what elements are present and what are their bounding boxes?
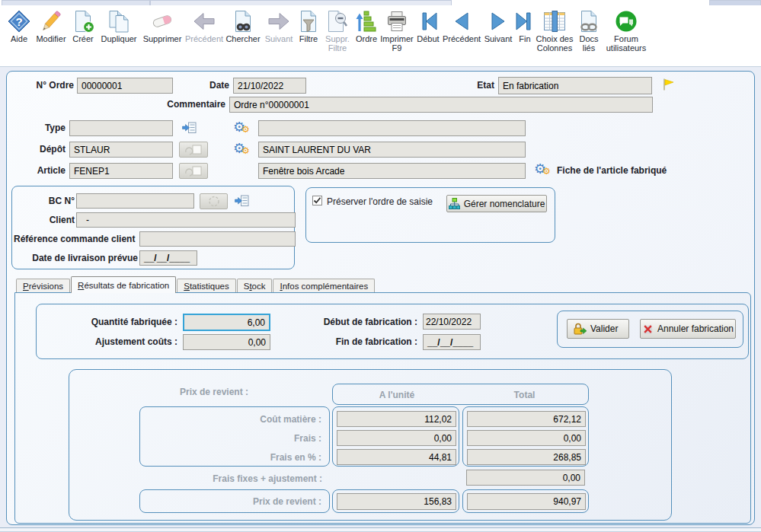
article-desc-field[interactable]: Fenêtre bois Arcade [258, 163, 526, 179]
toolbar-button-precedent-recherche[interactable]: Précédent [184, 8, 224, 43]
toolbar-button-suppr-filtre[interactable]: Suppr. Filtre [321, 8, 353, 53]
toolbar-button-docs-lies[interactable]: Docs liés [574, 8, 603, 53]
toolbar-button-creer[interactable]: Créer [69, 8, 98, 43]
valider-button[interactable]: Valider [567, 319, 629, 339]
type-field[interactable] [69, 120, 173, 136]
columns-grid-icon [542, 8, 567, 34]
preserver-ordre-checkbox[interactable] [312, 196, 322, 205]
frais-total-field[interactable]: 0,00 [467, 430, 586, 446]
toolbar-button-fin[interactable]: Fin [515, 8, 535, 43]
tab-stock[interactable]: Stock [237, 279, 273, 293]
article-settings-gear-icon[interactable]: ⚙⚙ [534, 162, 552, 177]
toolbar-button-supprimer[interactable]: Supprimer [140, 8, 184, 43]
bc-number-field[interactable] [76, 193, 194, 209]
window-tab-strip-left[interactable] [2, 0, 150, 5]
order-number-field[interactable]: 00000001 [77, 78, 173, 94]
cout-matiere-unit-field[interactable]: 112,02 [337, 411, 456, 427]
type-settings-gear-icon[interactable]: ⚙⚙ [233, 120, 251, 135]
quantite-fabriquee-label: Quantité fabriquée : [52, 317, 177, 327]
toolbar-button-suivant-recherche[interactable]: Suivant [262, 8, 296, 43]
toolbar-button-chercher[interactable]: Chercher [224, 8, 262, 43]
toolbar-button-modifier[interactable]: Modifier [34, 8, 69, 43]
prix-revient-total-field[interactable]: 940,97 [467, 493, 586, 510]
toolbar-button-ordre[interactable]: Ordre [353, 8, 379, 43]
cancel-x-icon [642, 323, 654, 335]
frais-fixes-label: Frais fixes + ajustement : [69, 473, 322, 484]
frais-pct-unit-field[interactable]: 44,81 [337, 449, 456, 465]
prix-de-revient-title: Prix de revient : [69, 387, 248, 397]
bottom-strip [0, 527, 761, 532]
flag-icon [662, 78, 676, 91]
arrow-right-gray-icon [267, 8, 291, 34]
select-from-list-icon[interactable] [182, 122, 197, 134]
depot-desc-field[interactable]: SAINT LAURENT DU VAR [258, 142, 526, 158]
application-window: { "toolbar": { "items": [ {"label":"Aide… [0, 0, 761, 532]
date-livraison-field[interactable]: __/__/____ [139, 250, 197, 266]
window-tab-strip-right[interactable] [709, 0, 761, 5]
quantities-box: Quantité fabriquée : 6,00 Ajustement coû… [36, 304, 749, 359]
article-lookup-button[interactable] [179, 163, 208, 179]
etat-label: Etat [433, 80, 494, 91]
price-total-box: 672,12 0,00 268,85 [462, 406, 589, 467]
toolbar-button-dupliquer[interactable]: Dupliquer [98, 8, 140, 43]
frais-fixes-total-field[interactable]: 0,00 [466, 470, 585, 486]
cout-matiere-total-field[interactable]: 672,12 [467, 411, 586, 427]
ajustement-couts-field[interactable]: 0,00 [183, 334, 270, 350]
depot-settings-gear-icon[interactable]: ⚙⚙ [233, 142, 251, 157]
toolbar-button-imprimer[interactable]: Imprimer F9 [379, 8, 414, 53]
forum-chat-icon [614, 8, 638, 34]
commentaire-field[interactable]: Ordre n°00000001 [229, 97, 653, 113]
nomenclature-tree-icon [449, 198, 460, 209]
date-livraison-label: Date de livraison prévue [14, 253, 138, 263]
toolbar-button-debut[interactable]: Début [414, 8, 442, 43]
toolbar-button-filtre[interactable]: Filtre [296, 8, 321, 43]
skip-last-icon [513, 8, 537, 34]
bc-select-from-list-icon[interactable] [235, 195, 249, 207]
validation-buttons-box: Valider Annuler fabrication [557, 311, 743, 348]
price-unit-box: 112,02 0,00 44,81 [332, 406, 459, 467]
etat-field[interactable]: En fabrication [498, 77, 652, 94]
resultats-fabrication-panel: Quantité fabriquée : 6,00 Ajustement coû… [14, 292, 751, 524]
skip-first-icon [416, 8, 440, 34]
toolbar-button-forum-utilisateurs[interactable]: Forum utilisateurs [603, 8, 649, 53]
window-tab-strip-mid[interactable] [150, 0, 452, 5]
client-field[interactable]: - [76, 212, 296, 228]
toolbar-button-suivant[interactable]: Suivant [481, 8, 515, 43]
linked-docs-icon [577, 8, 601, 34]
frais-pct-label: Frais en % : [270, 452, 321, 463]
date-field[interactable]: 21/10/2022 [233, 78, 306, 94]
toolbar-button-aide[interactable]: ? Aide [5, 8, 34, 43]
frais-pct-total-field[interactable]: 268,85 [467, 449, 586, 465]
type-desc-field[interactable] [258, 120, 526, 136]
toolbar-button-choix-colonnes[interactable]: Choix des Colonnes [535, 8, 574, 53]
fin-fabrication-field[interactable]: __/__/____ [423, 334, 481, 350]
prix-revient-unit-field[interactable]: 156,83 [337, 493, 456, 510]
remove-filter-icon [325, 8, 350, 34]
debut-fabrication-field[interactable]: 22/10/2022 [423, 314, 481, 330]
depot-field[interactable]: STLAUR [69, 142, 173, 158]
tab-previsions[interactable]: Prévisions [16, 279, 70, 293]
article-label: Article [7, 165, 66, 176]
gerer-nomenclature-button[interactable]: Gérer nomenclature [446, 195, 547, 212]
tab-statistiques[interactable]: Statistiques [177, 279, 235, 293]
tab-infos-complementaires[interactable]: Infos complémentaires [273, 279, 375, 293]
new-document-icon [71, 8, 95, 34]
price-header-box: A l'unité Total [332, 384, 589, 405]
prix-revient-unit-box: 156,83 [332, 489, 459, 513]
col-total-header: Total [461, 390, 588, 400]
article-field[interactable]: FENEP1 [69, 163, 173, 179]
cout-matiere-label: Coût matière : [260, 414, 321, 425]
annuler-fabrication-button[interactable]: Annuler fabrication [640, 319, 736, 339]
search-binoculars-icon [231, 8, 255, 34]
reference-commande-field[interactable] [139, 231, 296, 247]
ajustement-couts-label: Ajustement coûts : [52, 336, 177, 347]
quantite-fabriquee-field[interactable]: 6,00 [183, 314, 270, 331]
depot-label: Dépôt [7, 144, 66, 155]
frais-unit-field[interactable]: 0,00 [337, 430, 456, 446]
fiche-article-label: Fiche de l'article fabriqué [557, 165, 702, 176]
toolbar-button-precedent[interactable]: Précédent [442, 8, 481, 43]
tab-resultats-de-fabrication[interactable]: Résultats de fabrication [71, 276, 176, 293]
reference-commande-label: Référence commande client [14, 234, 138, 244]
bc-lookup-button[interactable] [200, 193, 228, 209]
depot-lookup-button[interactable] [179, 142, 208, 158]
